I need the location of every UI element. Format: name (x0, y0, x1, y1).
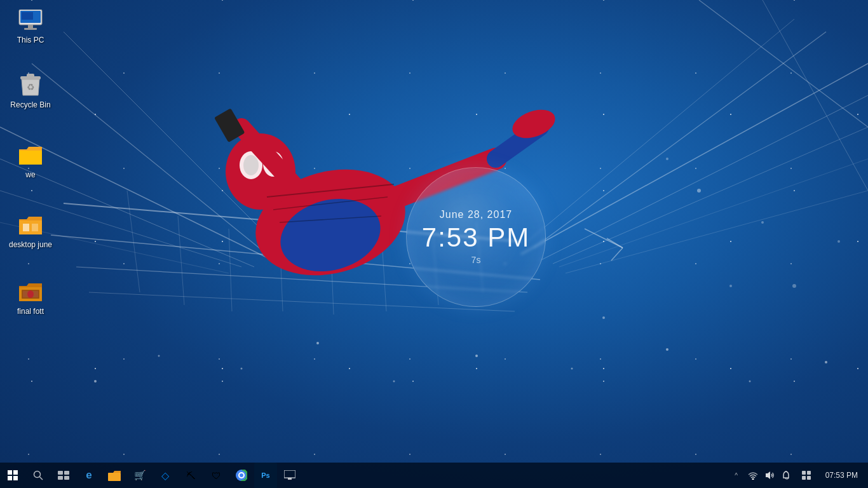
svg-point-33 (316, 342, 319, 344)
svg-line-60 (273, 197, 388, 210)
svg-rect-85 (108, 473, 121, 481)
clock-widget: June 28, 2017 7:53 PM 7s (406, 167, 546, 307)
svg-point-40 (697, 189, 701, 193)
wallpaper: June 28, 2017 7:53 PM 7s (0, 0, 868, 488)
svg-rect-72 (19, 220, 42, 234)
network-icon[interactable] (747, 463, 759, 488)
svg-rect-97 (807, 476, 811, 480)
notifications-icon[interactable] (780, 463, 792, 488)
svg-line-4 (32, 64, 267, 254)
svg-line-80 (40, 477, 43, 480)
start-button[interactable] (0, 463, 25, 488)
desktop-icon-desktop-june[interactable]: desktop june (5, 210, 56, 252)
svg-point-78 (27, 290, 34, 298)
svg-rect-71 (19, 151, 42, 165)
svg-point-48 (226, 133, 295, 210)
volume-icon[interactable] (763, 463, 776, 488)
svg-point-39 (825, 361, 827, 363)
taskbar-app6-icon[interactable]: 🛡 (203, 463, 229, 488)
svg-point-92 (752, 478, 754, 480)
svg-line-9 (559, 159, 868, 267)
svg-point-49 (240, 151, 262, 179)
final-fott-icon (18, 279, 43, 304)
svg-line-59 (267, 184, 394, 197)
svg-point-30 (94, 380, 97, 383)
svg-line-61 (280, 216, 381, 222)
svg-rect-66 (22, 12, 33, 20)
svg-line-29 (611, 248, 623, 261)
taskbar-chrome-icon[interactable] (229, 463, 254, 488)
svg-line-21 (330, 235, 334, 315)
taskbar-file-explorer-icon[interactable] (102, 463, 127, 488)
we-folder-icon (18, 142, 43, 168)
task-view-button[interactable] (51, 463, 76, 488)
search-button[interactable] (25, 463, 51, 488)
svg-point-58 (508, 104, 559, 144)
svg-line-22 (381, 232, 386, 311)
svg-line-7 (540, 95, 868, 261)
svg-line-26 (763, 0, 868, 191)
recycle-bin-label: Recycle Bin (10, 100, 50, 109)
svg-text:♻: ♻ (27, 82, 35, 92)
svg-rect-83 (58, 476, 63, 480)
svg-line-8 (553, 127, 868, 264)
svg-rect-64 (28, 25, 33, 28)
svg-line-18 (178, 216, 184, 305)
svg-rect-96 (802, 476, 806, 480)
desktop-june-label: desktop june (9, 240, 52, 249)
desktop-june-icon (18, 212, 43, 238)
svg-rect-57 (214, 108, 245, 142)
svg-rect-69 (27, 74, 34, 78)
this-pc-icon (18, 8, 43, 33)
desktop-icon-final-fott[interactable]: final fott (5, 276, 56, 318)
svg-point-51 (243, 155, 259, 175)
svg-line-27 (585, 229, 623, 248)
task-view-icon (58, 471, 69, 480)
svg-point-50 (263, 151, 283, 177)
desktop-icon-we[interactable]: we (5, 140, 56, 182)
taskbar: e 🛒 ◇ ⛏ 🛡 Ps (0, 463, 868, 488)
recycle-bin-icon: ♻ (18, 72, 43, 98)
svg-line-6 (521, 64, 868, 254)
taskbar-clock[interactable]: 07:53 PM (820, 470, 863, 481)
taskbar-left: e 🛒 ◇ ⛏ 🛡 Ps (0, 463, 302, 488)
svg-rect-65 (24, 28, 37, 30)
svg-line-28 (607, 238, 623, 248)
we-folder-label: we (25, 170, 35, 179)
svg-point-89 (240, 473, 243, 477)
svg-point-44 (792, 284, 796, 288)
taskbar-app5-icon[interactable]: ⛏ (178, 463, 203, 488)
svg-point-41 (761, 221, 764, 224)
taskbar-photoshop-icon[interactable]: Ps (254, 463, 277, 488)
svg-rect-74 (32, 224, 38, 231)
action-center-button[interactable] (796, 463, 817, 488)
svg-rect-84 (64, 476, 69, 480)
svg-rect-95 (807, 471, 811, 475)
svg-point-42 (729, 285, 732, 287)
svg-line-11 (527, 19, 794, 241)
svg-point-55 (272, 188, 388, 282)
clock-time: 7:53 PM (422, 223, 530, 252)
desktop: June 28, 2017 7:53 PM 7s This PC (0, 0, 868, 488)
taskbar-right: ^ (730, 463, 868, 488)
svg-line-17 (127, 191, 140, 292)
clock-date: June 28, 2017 (440, 209, 512, 220)
svg-rect-81 (58, 471, 63, 475)
tray-chevron-icon[interactable]: ^ (730, 463, 743, 488)
svg-rect-73 (23, 224, 29, 231)
svg-line-20 (280, 235, 283, 311)
svg-line-19 (229, 229, 232, 311)
svg-line-54 (496, 127, 540, 159)
clock-seconds: 7s (471, 255, 481, 265)
svg-point-43 (602, 316, 605, 319)
svg-rect-94 (802, 471, 806, 475)
svg-line-25 (699, 0, 868, 127)
taskbar-edge-icon[interactable]: e (76, 463, 102, 488)
taskbar-display-icon[interactable] (277, 463, 302, 488)
taskbar-dropbox-icon[interactable]: ◇ (153, 463, 178, 488)
desktop-icon-this-pc[interactable]: This PC (5, 5, 56, 47)
svg-point-36 (571, 368, 573, 370)
svg-rect-82 (64, 471, 69, 475)
taskbar-store-icon[interactable]: 🛒 (127, 463, 153, 488)
desktop-icon-recycle-bin[interactable]: ♻ Recycle Bin (5, 70, 56, 112)
